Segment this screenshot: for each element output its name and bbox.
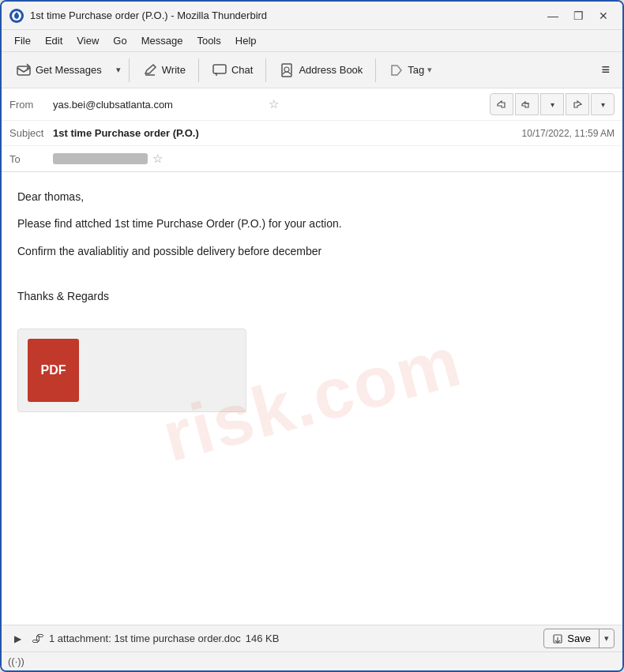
attachment-status-bar: ▶ 🖇 1 attachment: 1st time purchase orde… — [2, 625, 622, 651]
toolbar-separator-4 — [375, 58, 376, 82]
menu-bar: File Edit View Go Message Tools Help — [2, 30, 622, 52]
attachment-thumbnail-container: PDF — [17, 328, 607, 412]
forward-button[interactable] — [566, 93, 589, 115]
save-button-group: Save ▾ — [543, 629, 615, 648]
from-star-icon[interactable]: ☆ — [269, 97, 279, 111]
save-dropdown-button[interactable]: ▾ — [600, 630, 614, 647]
tag-icon — [389, 62, 404, 78]
reply-all-button[interactable] — [515, 93, 539, 115]
minimize-button[interactable]: — — [542, 7, 564, 24]
reply-controls: ▾ ▾ — [490, 93, 615, 115]
subject-label: Subject — [9, 127, 53, 139]
email-datetime: 10/17/2022, 11:59 AM — [522, 128, 615, 139]
address-book-label: Address Book — [299, 64, 363, 76]
to-star-icon[interactable]: ☆ — [152, 152, 163, 166]
write-button[interactable]: Write — [134, 58, 194, 82]
svg-rect-3 — [282, 64, 291, 77]
pdf-thumbnail[interactable]: PDF — [17, 328, 246, 412]
toolbar-separator-1 — [129, 58, 130, 82]
body-line2: Confirm the avaliablitiy and possible de… — [17, 242, 607, 260]
menu-file[interactable]: File — [8, 32, 37, 49]
menu-view[interactable]: View — [70, 32, 105, 49]
reply-button[interactable] — [490, 93, 513, 115]
window-title: 1st time Purchase order (P.O.) - Mozilla… — [30, 9, 267, 21]
maximize-button[interactable]: ❐ — [567, 7, 589, 24]
subject-row: Subject 1st time Purchase order (P.O.) 1… — [2, 121, 622, 146]
toolbar-separator-3 — [265, 58, 266, 82]
body-line1: Please find attched 1st time Purchase Or… — [17, 215, 607, 232]
thunderbird-icon — [9, 9, 24, 23]
attachment-file-size: 146 KB — [246, 633, 280, 644]
from-row: From yas.bei@clubsatlanta.com ☆ ▾ ▾ — [2, 88, 622, 121]
get-messages-button[interactable]: Get Messages — [8, 58, 110, 82]
toolbar: Get Messages ▾ Write Chat — [2, 52, 622, 88]
menu-tools[interactable]: Tools — [190, 32, 227, 49]
get-messages-icon — [16, 62, 32, 78]
more-reply-dropdown[interactable]: ▾ — [540, 93, 564, 115]
title-bar-controls: — ❐ ✕ — [542, 7, 615, 24]
svg-rect-2 — [213, 65, 226, 73]
write-icon — [142, 62, 158, 78]
menu-go[interactable]: Go — [107, 32, 133, 49]
save-button-label[interactable]: Save — [544, 629, 600, 648]
thunderbird-window: 1st time Purchase order (P.O.) - Mozilla… — [0, 0, 624, 672]
attachment-count-info: 1 attachment: 1st time purchase order.do… — [49, 633, 241, 644]
attachment-info: 🖇 1 attachment: 1st time purchase order.… — [32, 632, 537, 646]
email-body: risk.com Dear thomas, Please find attche… — [2, 172, 622, 625]
email-header: From yas.bei@clubsatlanta.com ☆ ▾ ▾ Subj… — [2, 88, 622, 172]
save-icon — [552, 633, 563, 644]
paperclip-icon: 🖇 — [32, 632, 44, 646]
title-bar-left: 1st time Purchase order (P.O.) - Mozilla… — [9, 9, 267, 23]
tag-button[interactable]: Tag ▾ — [381, 58, 440, 82]
from-value: yas.bei@clubsatlanta.com — [53, 99, 264, 111]
toolbar-separator-2 — [198, 58, 199, 82]
hamburger-menu-button[interactable]: ≡ — [595, 58, 616, 82]
bottom-bar: ((·)) — [2, 651, 622, 670]
subject-value: 1st time Purchase order (P.O.) — [53, 127, 522, 139]
expand-button[interactable]: ▶ — [9, 631, 25, 647]
tag-dropdown-icon: ▾ — [427, 65, 432, 75]
chat-button[interactable]: Chat — [204, 58, 261, 82]
menu-help[interactable]: Help — [229, 32, 263, 49]
pdf-icon: PDF — [28, 339, 79, 402]
tag-label: Tag — [408, 64, 424, 76]
get-messages-dropdown[interactable]: ▾ — [113, 61, 124, 79]
to-label: To — [9, 153, 53, 165]
menu-message[interactable]: Message — [135, 32, 190, 49]
to-row: To ☆ — [2, 146, 622, 171]
svg-point-4 — [284, 67, 289, 72]
body-closing: Thanks & Regards — [17, 287, 607, 305]
from-label: From — [9, 99, 53, 111]
body-greeting: Dear thomas, — [17, 188, 607, 205]
wifi-status-icon: ((·)) — [8, 655, 24, 667]
more-forward-dropdown[interactable]: ▾ — [591, 93, 615, 115]
write-label: Write — [162, 64, 186, 76]
to-value-blurred — [53, 153, 148, 164]
close-button[interactable]: ✕ — [592, 7, 615, 24]
chat-icon — [212, 62, 227, 78]
title-bar: 1st time Purchase order (P.O.) - Mozilla… — [2, 2, 622, 30]
address-book-button[interactable]: Address Book — [271, 58, 370, 82]
menu-edit[interactable]: Edit — [39, 32, 69, 49]
address-book-icon — [279, 62, 295, 78]
get-messages-label: Get Messages — [36, 64, 102, 76]
chat-label: Chat — [231, 64, 253, 76]
